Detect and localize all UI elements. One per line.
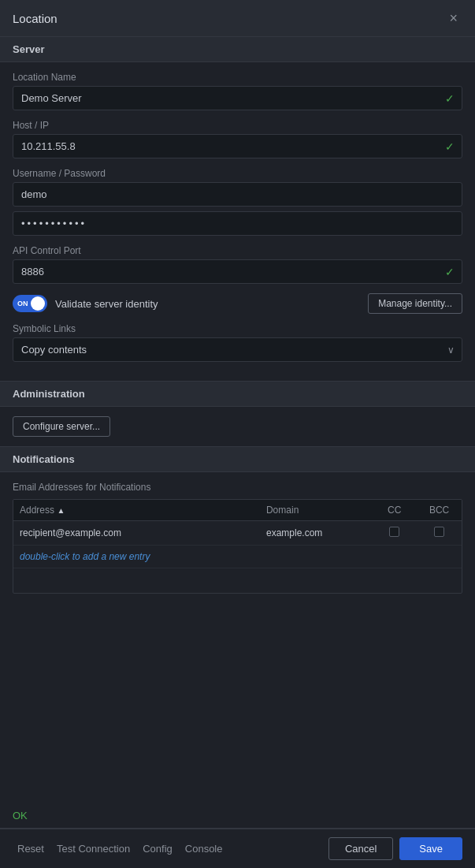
footer-left-actions: Reset Test Connection Config Console [13,840,227,858]
validate-identity-row: ON Validate server identity Manage ident… [13,293,462,314]
administration-section-header: Administration [0,382,475,407]
email-table-container: Address ▲ Domain CC BCC recipient@exampl… [13,499,462,594]
close-button[interactable]: × [444,9,462,27]
content-spacer [0,603,475,803]
host-ip-input-wrapper: ✓ [13,134,462,158]
cc-cell[interactable] [372,521,417,546]
manage-identity-button[interactable]: Manage identity... [368,293,462,314]
symbolic-links-group: Symbolic Links Copy contents Follow link… [13,323,462,362]
location-dialog: Location × Server Location Name ✓ Host /… [0,0,475,868]
username-input[interactable] [13,182,462,207]
test-connection-button[interactable]: Test Connection [52,840,135,858]
host-ip-input[interactable] [13,134,462,158]
location-name-input[interactable] [13,86,462,110]
host-ip-check-icon: ✓ [445,140,455,153]
toggle-on-label: ON [17,300,28,307]
server-section-content: Location Name ✓ Host / IP ✓ Username / P… [0,62,475,381]
ok-status-label: OK [0,803,475,828]
configure-server-button[interactable]: Configure server... [13,416,110,437]
validate-identity-toggle[interactable]: ON [13,295,47,312]
add-entry-cell[interactable]: double-click to add a new entry [13,546,462,568]
domain-cell: example.com [260,521,372,546]
cancel-button[interactable]: Cancel [328,837,393,860]
symbolic-links-select[interactable]: Copy contents Follow links Ignore [13,337,462,362]
password-input[interactable] [13,211,462,236]
bcc-column-header: BCC [417,500,462,521]
table-row[interactable]: recipient@example.com example.com [13,521,462,546]
address-cell: recipient@example.com [13,521,260,546]
sort-arrow-icon: ▲ [57,506,65,515]
location-name-group: Location Name ✓ [13,72,462,110]
notifications-section-content: Email Addresses for Notifications Addres… [0,472,475,603]
location-name-input-wrapper: ✓ [13,86,462,110]
notifications-section-header: Notifications [0,447,475,472]
footer-right-actions: Cancel Save [328,837,462,860]
toggle-knob [31,296,45,311]
add-entry-row[interactable]: double-click to add a new entry [13,546,462,568]
username-password-group: Username / Password [13,168,462,236]
api-port-input-wrapper: ✓ [13,259,462,284]
footer-bar: Reset Test Connection Config Console Can… [0,829,475,868]
symbolic-links-select-wrapper: Copy contents Follow links Ignore ∨ [13,337,462,362]
table-header-row: Address ▲ Domain CC BCC [13,500,462,521]
api-port-input[interactable] [13,259,462,284]
cc-column-header: CC [372,500,417,521]
administration-section-content: Configure server... [0,407,475,446]
address-column-header[interactable]: Address ▲ [13,500,260,521]
dialog-title: Location [13,12,58,25]
save-button[interactable]: Save [399,837,462,860]
domain-column-header: Domain [260,500,372,521]
console-button[interactable]: Console [180,840,228,858]
location-name-check-icon: ✓ [445,92,455,105]
reset-button[interactable]: Reset [13,840,49,858]
cc-checkbox[interactable] [389,527,399,537]
toggle-left: ON Validate server identity [13,295,158,312]
api-port-check-icon: ✓ [445,266,455,278]
host-ip-group: Host / IP ✓ [13,120,462,158]
config-button[interactable]: Config [138,840,177,858]
username-password-label: Username / Password [13,168,462,179]
email-table: Address ▲ Domain CC BCC recipient@exampl… [13,500,462,568]
location-name-label: Location Name [13,72,462,83]
bcc-cell[interactable] [417,521,462,546]
api-port-label: API Control Port [13,245,462,256]
dialog-header: Location × [0,0,475,37]
symbolic-links-label: Symbolic Links [13,323,462,334]
validate-identity-label: Validate server identity [55,298,158,310]
bcc-checkbox[interactable] [434,527,444,537]
host-ip-label: Host / IP [13,120,462,131]
email-addresses-label: Email Addresses for Notifications [13,482,462,493]
server-section-header: Server [0,37,475,62]
api-port-group: API Control Port ✓ [13,245,462,284]
